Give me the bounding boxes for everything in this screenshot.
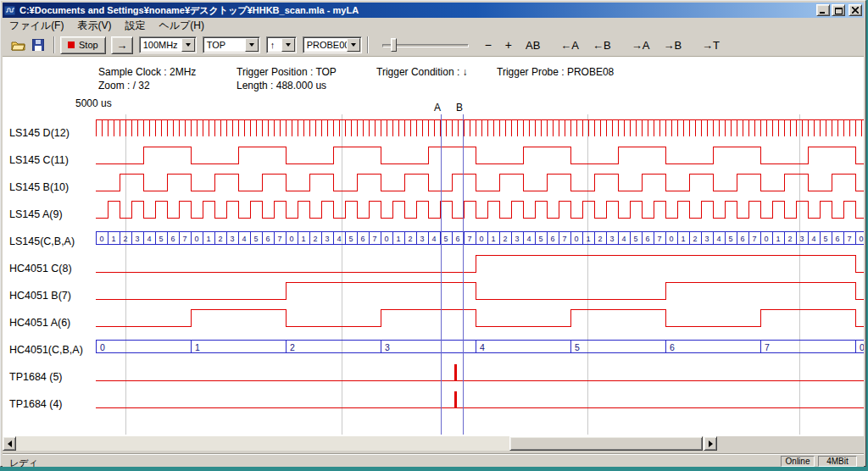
status-online-badge: Online bbox=[781, 456, 815, 467]
bus-value: 7 bbox=[277, 235, 281, 243]
scrollbar-thumb[interactable] bbox=[509, 436, 703, 451]
trigger-pos-dropdown-button[interactable] bbox=[245, 38, 259, 52]
channel-label: TP1684 (5) bbox=[9, 371, 63, 383]
trigger-pos-value: TOP bbox=[203, 40, 245, 50]
sample-rate-dropdown-button[interactable] bbox=[181, 38, 195, 52]
waveform-trace-2 bbox=[96, 174, 864, 191]
save-file-button[interactable] bbox=[28, 36, 48, 54]
goto-trigger-button[interactable]: →T bbox=[696, 36, 726, 54]
menu-item-2[interactable]: 表示(V) bbox=[70, 17, 118, 35]
waveform-trace-0 bbox=[96, 119, 864, 136]
trigger-pos-combo[interactable]: TOP bbox=[203, 36, 260, 53]
ab-range-button[interactable]: AB bbox=[520, 36, 546, 54]
close-icon bbox=[852, 7, 859, 14]
goto-a-next-button[interactable]: →A bbox=[626, 36, 656, 54]
toolbar-separator bbox=[53, 36, 55, 53]
channel-label: LS145 C(11) bbox=[9, 154, 69, 166]
sample-rate-value: 100MHz bbox=[140, 40, 181, 50]
probe-value: PROBE00 bbox=[303, 40, 347, 50]
bus-value: 7 bbox=[847, 235, 851, 243]
waveform-plot: 5000 usLS145 D(12)LS145 C(11)LS145 B(10)… bbox=[3, 92, 864, 436]
trigger-position-info: Trigger Position : TOP bbox=[236, 66, 337, 78]
dropdown-arrow-icon bbox=[286, 43, 291, 47]
stop-button[interactable]: Stop bbox=[60, 36, 106, 54]
bus-value: 6 bbox=[455, 235, 459, 243]
zoom-info: Zoom : / 32 bbox=[98, 80, 150, 91]
bus-value: 3 bbox=[799, 235, 804, 243]
bus-value: 1 bbox=[491, 235, 495, 243]
bus-value: 2 bbox=[787, 235, 792, 243]
dropdown-arrow-icon bbox=[249, 43, 254, 47]
bus-value: 6 bbox=[170, 235, 175, 243]
channel-label: HC4051 A(6) bbox=[9, 317, 70, 329]
bus-value: 1 bbox=[586, 235, 590, 243]
length-info: Length : 488.000 us bbox=[236, 80, 326, 91]
sample-rate-combo[interactable]: 100MHz bbox=[139, 36, 197, 53]
bus-value: 7 bbox=[765, 342, 770, 352]
minimize-button[interactable] bbox=[816, 4, 830, 16]
scroll-right-button[interactable] bbox=[704, 436, 717, 451]
scroll-left-button[interactable] bbox=[3, 436, 16, 451]
bus-value: 5 bbox=[443, 235, 448, 243]
bus-value: 0 bbox=[860, 342, 864, 352]
toolbar: Stop → 100MHz TOP ↑ PROBE00 − + AB ←A bbox=[3, 34, 864, 57]
waveform-trace-1 bbox=[96, 147, 864, 163]
bus-value: 4 bbox=[147, 235, 151, 243]
waveform-panel: Sample Clock : 2MHz Trigger Position : T… bbox=[3, 57, 864, 436]
channel-label: HC4051 C(8) bbox=[9, 263, 72, 274]
trigger-edge-dropdown-button[interactable] bbox=[281, 38, 295, 52]
bus-value: 4 bbox=[431, 235, 436, 243]
menu-item-4[interactable]: ヘルプ(H) bbox=[152, 17, 211, 35]
maximize-button[interactable] bbox=[832, 4, 845, 16]
title-bar[interactable]: C:¥Documents and Settings¥noname¥デスクトップ¥… bbox=[3, 3, 864, 18]
app-window: C:¥Documents and Settings¥noname¥デスクトップ¥… bbox=[0, 0, 866, 467]
goto-a-prev-button[interactable]: ←A bbox=[554, 36, 585, 54]
trigger-probe-info: Trigger Probe : PROBE08 bbox=[497, 66, 614, 78]
goto-b-next-button[interactable]: →B bbox=[657, 36, 687, 54]
zoom-slider-thumb[interactable] bbox=[391, 38, 397, 52]
scrollbar-row bbox=[3, 436, 864, 452]
marker-a-label: A bbox=[434, 102, 441, 114]
menu-item-1[interactable]: ファイル(F) bbox=[3, 17, 70, 35]
goto-b-prev-button[interactable]: ←B bbox=[587, 36, 617, 54]
bus-value: 5 bbox=[253, 235, 258, 243]
sample-clock-info: Sample Clock : 2MHz bbox=[98, 66, 196, 78]
bus-value: 0 bbox=[99, 235, 103, 243]
bus-value: 2 bbox=[598, 235, 602, 243]
bus-value: 2 bbox=[123, 235, 127, 243]
bus-value: 7 bbox=[372, 235, 376, 243]
horizontal-scrollbar[interactable] bbox=[3, 436, 717, 451]
bus-value: 6 bbox=[360, 235, 364, 243]
stop-label: Stop bbox=[79, 40, 98, 50]
trigger-condition-info: Trigger Condition : ↓ bbox=[376, 66, 468, 78]
probe-combo[interactable]: PROBE00 bbox=[303, 36, 362, 53]
bus-value: 4 bbox=[526, 235, 531, 243]
zoom-out-button[interactable]: − bbox=[479, 36, 498, 54]
bus-value: 5 bbox=[575, 342, 580, 352]
bus-value: 7 bbox=[467, 235, 471, 243]
waveform-trace-6 bbox=[96, 282, 864, 299]
maximize-icon bbox=[835, 7, 843, 14]
bus-value: 1 bbox=[776, 235, 780, 243]
bus-value: 3 bbox=[515, 235, 519, 243]
bus-value: 4 bbox=[716, 235, 721, 243]
channel-label: LS145(C,B,A) bbox=[9, 236, 75, 247]
bus-value: 2 bbox=[218, 235, 222, 243]
bus-value: 2 bbox=[693, 235, 697, 243]
menu-item-3[interactable]: 設定 bbox=[118, 17, 152, 35]
zoom-slider[interactable] bbox=[382, 37, 469, 53]
bus-value: 2 bbox=[290, 342, 295, 352]
bus-value: 6 bbox=[550, 235, 554, 243]
run-button[interactable]: → bbox=[111, 36, 133, 54]
bus-value: 6 bbox=[265, 235, 270, 243]
zoom-in-button[interactable]: + bbox=[499, 36, 518, 54]
trigger-edge-combo[interactable]: ↑ bbox=[266, 36, 297, 53]
close-button[interactable] bbox=[849, 4, 862, 16]
dropdown-arrow-icon bbox=[351, 43, 356, 47]
bus-value: 6 bbox=[835, 235, 839, 243]
bus-value: 0 bbox=[100, 342, 105, 352]
bus-value: 3 bbox=[135, 235, 139, 243]
probe-dropdown-button[interactable] bbox=[347, 38, 360, 52]
bus-value: 4 bbox=[242, 235, 246, 243]
open-file-button[interactable] bbox=[8, 36, 28, 54]
